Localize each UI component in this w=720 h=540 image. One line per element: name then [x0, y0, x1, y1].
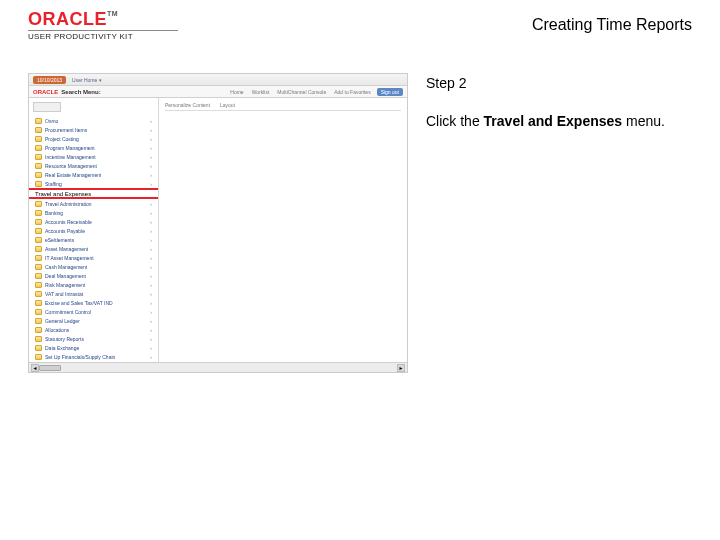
menu-item-label: Commitment Control — [45, 309, 91, 315]
chevron-right-icon: › — [150, 127, 154, 133]
chevron-right-icon: › — [150, 237, 154, 243]
chevron-right-icon: › — [150, 255, 154, 261]
menu-item[interactable]: eSettlements› — [33, 235, 154, 244]
screenshot-topbar: 10/10/2013 User Home ▾ — [29, 74, 407, 86]
menu-item[interactable]: Statutory Reports› — [33, 334, 154, 343]
instruction-text: Click the Travel and Expenses menu. — [426, 113, 692, 129]
folder-icon — [35, 201, 42, 207]
menu-item[interactable]: Excise and Sales Tax/VAT IND› — [33, 298, 154, 307]
chevron-right-icon: › — [150, 246, 154, 252]
menu-item-label: General Ledger — [45, 318, 80, 324]
menu-item[interactable]: Project Costing› — [33, 134, 154, 143]
menu-item[interactable]: Set Up Financials/Supply Chain› — [33, 352, 154, 361]
instr-bold: Travel and Expenses — [484, 113, 623, 129]
nav-tab[interactable]: MultiChannel Console — [277, 89, 326, 95]
menu-item[interactable]: Program Management› — [33, 143, 154, 152]
nav-tab[interactable]: Add to Favorites — [334, 89, 370, 95]
brand-text: ORACLE — [28, 9, 107, 29]
menu-item-label: Cash Management — [45, 264, 87, 270]
folder-icon — [35, 118, 42, 124]
menu-item-label: Accounts Payable — [45, 228, 85, 234]
right-tab[interactable]: Layout — [220, 102, 235, 108]
screenshot-logo: ORACLE — [33, 89, 58, 95]
menu-item-label: Set Up Financials/Supply Chain — [45, 354, 115, 360]
menu-item-label: Travel Administration — [45, 201, 92, 207]
chevron-right-icon: › — [150, 291, 154, 297]
chevron-right-icon: › — [150, 145, 154, 151]
menu-items-after: Travel Administration›Banking›Accounts R… — [33, 199, 154, 361]
menu-item[interactable]: IT Asset Management› — [33, 253, 154, 262]
menu-item[interactable]: Accounts Payable› — [33, 226, 154, 235]
right-tab[interactable]: Personalize Content — [165, 102, 210, 108]
menu-item[interactable]: Accounts Receivable› — [33, 217, 154, 226]
menu-item[interactable]: Resource Management› — [33, 161, 154, 170]
menu-item[interactable]: Asset Management› — [33, 244, 154, 253]
menu-item[interactable]: Real Estate Management› — [33, 170, 154, 179]
menu-item-label: Banking — [45, 210, 63, 216]
menu-item[interactable]: VAT and Intrastat› — [33, 289, 154, 298]
scroll-right-icon[interactable]: ► — [397, 364, 405, 372]
folder-icon — [35, 246, 42, 252]
menu-item[interactable]: Incentive Management› — [33, 152, 154, 161]
search-box[interactable] — [33, 102, 61, 112]
menu-item[interactable]: Procurement Items› — [33, 125, 154, 134]
menu-item-label: Deal Management — [45, 273, 86, 279]
menu-item-label: Osmo — [45, 118, 58, 124]
menu-item-label: Allocations — [45, 327, 69, 333]
chevron-right-icon: › — [150, 336, 154, 342]
menu-item[interactable]: Risk Management› — [33, 280, 154, 289]
menu-item[interactable]: Banking› — [33, 208, 154, 217]
folder-icon — [35, 300, 42, 306]
menu-item[interactable]: Cash Management› — [33, 262, 154, 271]
chevron-right-icon: › — [150, 201, 154, 207]
menu-item-label: Real Estate Management — [45, 172, 101, 178]
menu-item-label: Statutory Reports — [45, 336, 84, 342]
menu-item-label: Accounts Receivable — [45, 219, 92, 225]
menu-item-label: Procurement Items — [45, 127, 87, 133]
menu-item-label: Resource Management — [45, 163, 97, 169]
menu-item[interactable]: Commitment Control› — [33, 307, 154, 316]
oracle-logo: ORACLETM — [28, 10, 178, 28]
menu-items-before: Osmo›Procurement Items›Project Costing›P… — [33, 116, 154, 188]
menu-item[interactable]: Data Exchange› — [33, 343, 154, 352]
chevron-right-icon: › — [150, 345, 154, 351]
nav-tab[interactable]: Worklist — [252, 89, 270, 95]
menu-item[interactable]: Travel Administration› — [33, 199, 154, 208]
menu-item-label: Staffing — [45, 181, 62, 187]
menu-item-travel-expenses[interactable]: Travel and Expenses — [29, 188, 158, 199]
chevron-right-icon: › — [150, 354, 154, 360]
menu-item[interactable]: Osmo› — [33, 116, 154, 125]
chevron-right-icon: › — [150, 327, 154, 333]
folder-icon — [35, 255, 42, 261]
menu-item-label: IT Asset Management — [45, 255, 94, 261]
folder-icon — [35, 264, 42, 270]
menu-item[interactable]: General Ledger› — [33, 316, 154, 325]
chevron-right-icon: › — [150, 172, 154, 178]
chevron-right-icon: › — [150, 318, 154, 324]
brand-divider — [28, 30, 178, 31]
menu-item[interactable]: Staffing› — [33, 179, 154, 188]
chevron-right-icon: › — [150, 264, 154, 270]
product-name: USER PRODUCTIVITY KIT — [28, 32, 178, 41]
folder-icon — [35, 354, 42, 360]
menu-item-label: Project Costing — [45, 136, 79, 142]
signout-button[interactable]: Sign out — [377, 88, 403, 96]
menu-item-label: Risk Management — [45, 282, 85, 288]
folder-icon — [35, 127, 42, 133]
folder-icon — [35, 318, 42, 324]
step-label: Step 2 — [426, 75, 692, 91]
folder-icon — [35, 181, 42, 187]
chevron-right-icon: › — [150, 219, 154, 225]
folder-icon — [35, 210, 42, 216]
menu-item-label: eSettlements — [45, 237, 74, 243]
nav-tab[interactable]: Home — [230, 89, 243, 95]
scroll-left-icon[interactable]: ◄ — [31, 364, 39, 372]
scroll-thumb[interactable] — [39, 365, 61, 371]
chevron-right-icon: › — [150, 282, 154, 288]
menu-item-label: VAT and Intrastat — [45, 291, 83, 297]
horizontal-scrollbar[interactable]: ◄ ► — [29, 362, 407, 372]
menu-item[interactable]: Deal Management› — [33, 271, 154, 280]
chevron-right-icon: › — [150, 309, 154, 315]
menu-item[interactable]: Allocations› — [33, 325, 154, 334]
chevron-right-icon: › — [150, 118, 154, 124]
